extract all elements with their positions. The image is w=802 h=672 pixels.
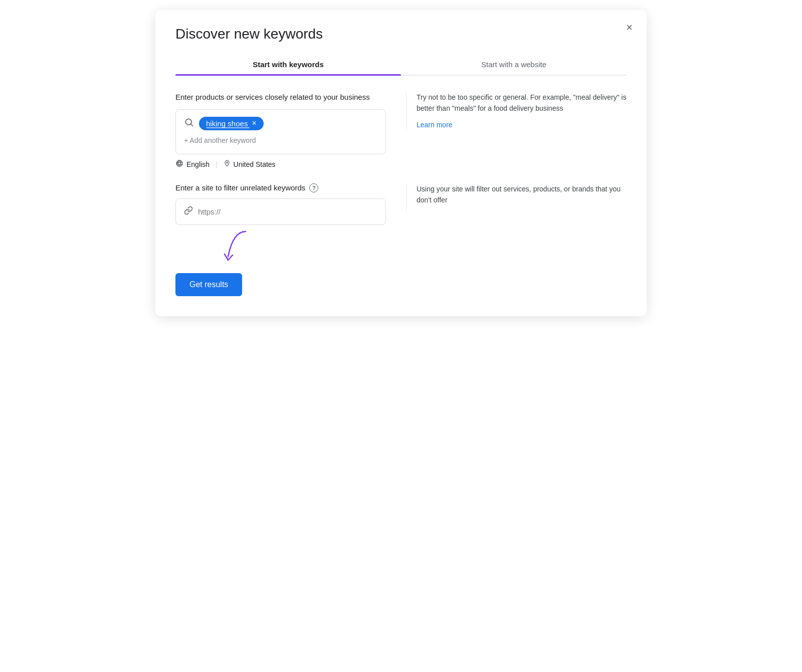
keyword-chip-hiking-shoes: hiking shoes × bbox=[199, 117, 264, 130]
get-results-button[interactable]: Get results bbox=[175, 273, 242, 296]
keywords-section: Enter products or services closely relat… bbox=[175, 92, 627, 169]
url-input-box[interactable] bbox=[175, 198, 386, 225]
site-filter-section: Enter a site to filter unrelated keyword… bbox=[175, 183, 627, 296]
language-icon bbox=[175, 159, 183, 169]
keywords-section-label: Enter products or services closely relat… bbox=[175, 92, 386, 103]
language-label: English bbox=[186, 160, 210, 168]
keyword-input-area[interactable]: hiking shoes × + Add another keyword bbox=[175, 109, 386, 154]
site-filter-right: Using your site will filter out services… bbox=[406, 183, 627, 212]
arrow-svg bbox=[206, 229, 266, 269]
location-label: United States bbox=[234, 160, 276, 168]
site-filter-hint-text: Using your site will filter out services… bbox=[417, 183, 627, 206]
search-icon bbox=[184, 117, 194, 130]
keywords-left: Enter products or services closely relat… bbox=[175, 92, 386, 169]
site-filter-left: Enter a site to filter unrelated keyword… bbox=[175, 183, 386, 296]
chip-remove-button[interactable]: × bbox=[252, 119, 256, 127]
add-keyword-button[interactable]: + Add another keyword bbox=[184, 135, 377, 145]
discover-keywords-dialog: × Discover new keywords Start with keywo… bbox=[155, 10, 647, 316]
site-filter-label-row: Enter a site to filter unrelated keyword… bbox=[175, 183, 386, 192]
keywords-right: Try not to be too specific or general. F… bbox=[406, 92, 627, 129]
chip-text: hiking shoes bbox=[206, 119, 248, 128]
dialog-title: Discover new keywords bbox=[175, 26, 627, 42]
tab-start-with-website[interactable]: Start with a website bbox=[401, 54, 627, 75]
location-icon bbox=[224, 159, 231, 169]
tab-start-with-keywords[interactable]: Start with keywords bbox=[175, 54, 401, 75]
svg-point-2 bbox=[226, 161, 228, 163]
close-button[interactable]: × bbox=[624, 20, 635, 35]
learn-more-link[interactable]: Learn more bbox=[417, 121, 453, 129]
site-filter-label-text: Enter a site to filter unrelated keyword… bbox=[175, 183, 305, 192]
arrow-annotation bbox=[206, 229, 386, 269]
svg-line-1 bbox=[191, 124, 193, 126]
close-icon: × bbox=[626, 21, 633, 34]
language-location-row: English | United States bbox=[175, 159, 386, 169]
keyword-chips-row: hiking shoes × bbox=[184, 117, 377, 130]
svg-point-0 bbox=[185, 119, 191, 125]
tab-bar: Start with keywords Start with a website bbox=[175, 54, 627, 76]
url-input-field[interactable] bbox=[198, 207, 377, 216]
lang-loc-separator: | bbox=[216, 160, 218, 168]
keywords-hint-text: Try not to be too specific or general. F… bbox=[417, 92, 627, 114]
help-icon[interactable]: ? bbox=[309, 183, 318, 192]
link-icon bbox=[184, 206, 193, 217]
